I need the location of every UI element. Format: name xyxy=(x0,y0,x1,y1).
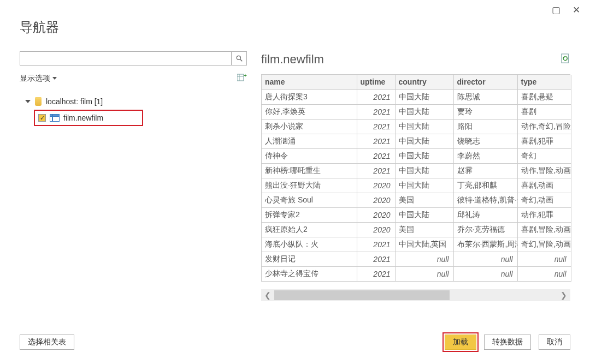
table-row[interactable]: 少林寺之得宝传2021nullnullnull xyxy=(262,266,571,281)
load-button[interactable]: 加载 xyxy=(445,335,476,350)
horizontal-scrollbar[interactable]: ❮ ❯ xyxy=(261,289,570,301)
db-node-label: localhost: film [1] xyxy=(46,97,103,106)
checkbox-icon[interactable]: ✓ xyxy=(38,114,46,122)
table-row[interactable]: 你好,李焕英2021中国大陆贾玲喜剧 xyxy=(262,104,571,119)
table-icon xyxy=(50,114,60,122)
window-minimize-icon[interactable]: ▢ xyxy=(552,5,560,15)
search-button[interactable] xyxy=(231,52,246,65)
table-row[interactable]: 侍神令2021中国大陆李蔚然奇幻 xyxy=(262,148,571,163)
preview-table: nameuptimecountrydirectortype 唐人街探案32021… xyxy=(262,75,571,282)
table-row[interactable]: 海底小纵队：火2021中国大陆,英国布莱尔·西蒙斯,周沁奇幻,冒险,动画 xyxy=(262,237,571,252)
chevron-down-icon xyxy=(52,77,57,80)
column-header[interactable]: uptime xyxy=(357,75,395,89)
svg-marker-7 xyxy=(564,56,565,58)
refresh-preview-button[interactable] xyxy=(560,53,570,66)
search-input[interactable] xyxy=(20,52,231,65)
search-icon xyxy=(235,55,243,62)
svg-point-0 xyxy=(237,56,240,59)
tree-node-table[interactable]: ✓ film.newfilm xyxy=(34,110,143,126)
window-close-icon[interactable]: ✕ xyxy=(573,5,580,15)
display-options-dropdown[interactable]: 显示选项 xyxy=(20,74,57,83)
table-row[interactable]: 刺杀小说家2021中国大陆路阳动作,奇幻,冒险 xyxy=(262,119,571,134)
preview-title: film.newfilm xyxy=(261,52,324,67)
transform-data-button[interactable]: 转换数据 xyxy=(484,335,531,350)
svg-text:+: + xyxy=(244,73,247,79)
scroll-left-icon[interactable]: ❮ xyxy=(261,291,274,300)
table-row[interactable]: 心灵奇旅 Soul2020美国彼特·道格特,凯普·鲍奇幻,动画 xyxy=(262,193,571,207)
select-related-tables-button[interactable]: 选择相关表 xyxy=(20,335,74,350)
table-row[interactable]: 唐人街探案32021中国大陆陈思诚喜剧,悬疑 xyxy=(262,89,571,104)
column-header[interactable]: director xyxy=(453,75,517,89)
tree-node-database[interactable]: localhost: film [1] xyxy=(20,93,247,110)
table-row[interactable]: 人潮汹涌2021中国大陆饶晓志喜剧,犯罪 xyxy=(262,134,571,148)
display-options-label: 显示选项 xyxy=(20,74,50,83)
column-header[interactable]: name xyxy=(262,75,357,89)
svg-rect-2 xyxy=(237,74,244,81)
table-row[interactable]: 发财日记2021nullnullnull xyxy=(262,252,571,266)
cancel-button[interactable]: 取消 xyxy=(539,335,570,350)
table-row[interactable]: 疯狂原始人22020美国乔尔·克劳福德喜剧,冒险,动画 xyxy=(262,222,571,237)
table-row[interactable]: 拆弹专家22020中国大陆邱礼涛动作,犯罪 xyxy=(262,207,571,222)
table-row[interactable]: 熊出没·狂野大陆2020中国大陆丁亮,邵和麒喜剧,动画 xyxy=(262,178,571,193)
add-table-icon[interactable]: + xyxy=(237,73,247,83)
column-header[interactable]: country xyxy=(395,75,453,89)
database-icon xyxy=(35,97,42,106)
table-row[interactable]: 新神榜:哪吒重生2021中国大陆赵霁动作,冒险,动画 xyxy=(262,163,571,178)
scroll-right-icon[interactable]: ❯ xyxy=(557,291,570,300)
chevron-down-icon xyxy=(25,100,31,103)
svg-line-1 xyxy=(240,59,242,62)
table-node-label: film.newfilm xyxy=(63,114,103,122)
column-header[interactable]: type xyxy=(517,75,571,89)
dialog-title: 导航器 xyxy=(20,19,59,36)
